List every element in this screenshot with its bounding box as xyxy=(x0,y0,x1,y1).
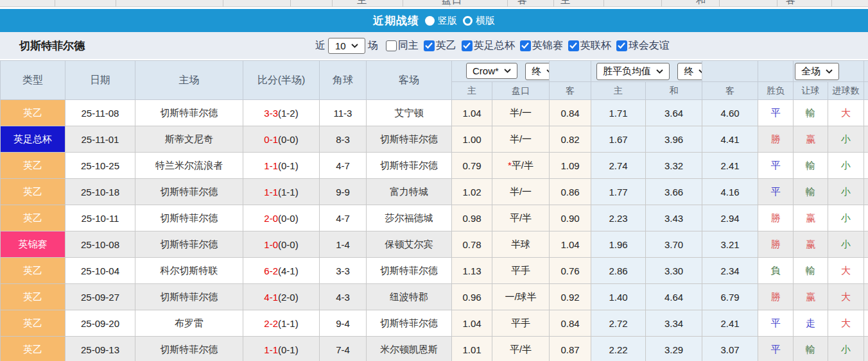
home-team-link[interactable]: 特兰米尔流浪者 xyxy=(135,153,243,179)
mean-draw-cell: 4.64 xyxy=(646,284,702,310)
odds-final-select[interactable]: 终 xyxy=(525,63,549,80)
odds-away-cell: 1.09 xyxy=(550,153,591,179)
match-date: 25-10-11 xyxy=(65,205,135,231)
handicap-result-cell: 走 xyxy=(794,310,828,337)
recent-count-select[interactable]: 10 xyxy=(328,38,365,54)
clipped-cell xyxy=(864,258,868,284)
vertical-option-label[interactable]: 竖版 xyxy=(438,15,457,27)
horizontal-option-label[interactable]: 横版 xyxy=(476,15,495,27)
clipped-label: 主 xyxy=(560,0,571,6)
clipped-table-above: 主 盘口 客 主 和 客 xyxy=(0,0,868,7)
league-label-friendly[interactable]: 球会友谊 xyxy=(629,39,670,53)
odds-home-cell: 0.98 xyxy=(452,205,492,231)
league-checkbox-carabao[interactable] xyxy=(568,40,579,51)
handicap-result-cell: 輸 xyxy=(794,337,828,361)
mean-win-cell: 1.77 xyxy=(591,179,646,205)
same-home-checkbox[interactable] xyxy=(386,40,397,51)
corners-cell: 9-9 xyxy=(320,179,367,205)
away-team-link[interactable]: 艾宁顿 xyxy=(367,100,452,126)
away-team-link[interactable]: 米尔顿凯恩斯 xyxy=(367,337,452,361)
table-row: 英乙 25-11-08 切斯特菲尔德 3-3(1-2) 11-3 艾宁顿 1.0… xyxy=(1,100,868,126)
mean-lose-cell: 2.34 xyxy=(702,258,758,284)
handicap-cell: 半/一 xyxy=(492,100,550,126)
corners-cell: 8-3 xyxy=(320,126,367,153)
match-type-badge: 英乙 xyxy=(1,205,65,231)
home-team-link[interactable]: 科尔切斯特联 xyxy=(135,258,243,284)
sub-header-mean-draw: 和 xyxy=(646,82,702,100)
clipped-cell xyxy=(864,310,868,337)
away-team-link[interactable]: 切斯特菲尔德 xyxy=(367,258,452,284)
mean-win-cell: 2.23 xyxy=(591,205,646,231)
home-team-link[interactable]: 斯蒂文尼奇 xyxy=(135,126,243,153)
away-team-link[interactable]: 莎尔福德城 xyxy=(367,205,452,231)
table-row: 英乙 25-10-18 切斯特菲尔德 1-1(1-1) 9-9 富力特城 1.0… xyxy=(1,179,868,205)
mean-lose-cell: 4.41 xyxy=(702,126,758,153)
home-team-link[interactable]: 切斯特菲尔德 xyxy=(135,179,243,205)
odds-home-cell: 1.13 xyxy=(452,258,492,284)
mean-win-cell: 2.72 xyxy=(591,310,646,337)
away-team-link[interactable]: 切斯特菲尔德 xyxy=(367,310,452,337)
chevron-down-icon xyxy=(351,44,358,48)
result-cell: 勝 xyxy=(758,284,794,310)
mean-draw-cell: 3.66 xyxy=(646,179,702,205)
home-team-link[interactable]: 切斯特菲尔德 xyxy=(135,337,243,361)
same-home-label[interactable]: 同主 xyxy=(398,39,419,53)
layout-option-horizontal[interactable]: 横版 xyxy=(463,15,495,27)
mean-win-cell: 2.74 xyxy=(591,153,646,179)
mean-win-cell: 1.71 xyxy=(591,100,646,126)
home-team-link[interactable]: 切斯特菲尔德 xyxy=(135,231,243,258)
match-date: 25-10-04 xyxy=(65,258,135,284)
away-team-link[interactable]: 保顿艾尔宾 xyxy=(367,231,452,258)
home-team-link[interactable]: 切斯特菲尔德 xyxy=(135,100,243,126)
score-cell: 1-1(1-1) xyxy=(243,179,320,205)
league-label-trophy[interactable]: 英锦赛 xyxy=(532,39,563,53)
league-label-l2[interactable]: 英乙 xyxy=(436,39,456,53)
sub-header-result: 胜负 xyxy=(758,82,794,100)
mean-win-cell: 1.40 xyxy=(591,284,646,310)
league-checkbox-trophy[interactable] xyxy=(520,40,531,51)
col-header-date: 日期 xyxy=(65,61,135,100)
wdl-mean-select[interactable]: 胜平负均值 xyxy=(596,63,670,80)
corners-cell: 3-3 xyxy=(320,258,367,284)
empty-header-cell xyxy=(702,61,758,82)
handicap-result-cell: 赢 xyxy=(794,284,828,310)
handicap-result-cell: 輸 xyxy=(794,258,828,284)
recent-label: 近 xyxy=(315,39,326,53)
away-team-link[interactable]: 富力特城 xyxy=(367,179,452,205)
odds-away-cell: 0.86 xyxy=(550,179,591,205)
table-row: 英足总杯 25-11-01 斯蒂文尼奇 0-1(0-0) 8-3 切斯特菲尔德 … xyxy=(1,126,868,153)
period-select[interactable]: 全场 xyxy=(795,63,839,80)
goals-result-cell: 大 xyxy=(828,310,864,337)
match-type-badge: 英乙 xyxy=(1,337,65,361)
mean-win-cell: 1.67 xyxy=(591,126,646,153)
away-team-link[interactable]: 切斯特菲尔德 xyxy=(367,153,452,179)
home-team-link[interactable]: 布罗雷 xyxy=(135,310,243,337)
odds-company-select[interactable]: Crow* xyxy=(466,63,517,79)
away-team-link[interactable]: 纽波特郡 xyxy=(367,284,452,310)
clipped-label: 客 xyxy=(786,0,796,6)
corners-cell: 4-7 xyxy=(320,205,367,231)
check-icon xyxy=(463,42,471,49)
wdl-final-select[interactable]: 终 xyxy=(677,63,702,80)
radio-selected-icon[interactable] xyxy=(425,16,435,26)
away-team-link[interactable]: 切斯特菲尔德 xyxy=(367,126,452,153)
league-checkbox-friendly[interactable] xyxy=(616,40,627,51)
mean-win-cell: 2.86 xyxy=(591,258,646,284)
league-checkbox-facup[interactable] xyxy=(462,40,473,51)
odds-home-cell: 1.00 xyxy=(452,126,492,153)
layout-option-vertical[interactable]: 竖版 xyxy=(425,15,457,27)
mean-draw-cell: 3.34 xyxy=(646,310,702,337)
table-row: 英乙 25-09-13 切斯特菲尔德 1-1(0-1) 7-4 米尔顿凯恩斯 1… xyxy=(1,337,868,361)
league-checkbox-l2[interactable] xyxy=(424,40,435,51)
home-team-link[interactable]: 切斯特菲尔德 xyxy=(135,284,243,310)
chevron-down-icon xyxy=(826,69,833,74)
odds-home-cell: 1.04 xyxy=(452,310,492,337)
radio-unselected-icon[interactable] xyxy=(463,16,473,26)
home-team-link[interactable]: 切斯特菲尔德 xyxy=(135,205,243,231)
league-label-carabao[interactable]: 英联杯 xyxy=(580,39,611,53)
odds-home-cell: 0.96 xyxy=(452,284,492,310)
league-label-facup[interactable]: 英足总杯 xyxy=(474,39,515,53)
goals-result-cell: 小 xyxy=(828,205,864,231)
mean-draw-cell: 3.30 xyxy=(646,258,702,284)
recent-results-table: 类型 日期 主场 比分(半场) 角球 客场 Crow* 终 胜平负均值 xyxy=(0,60,868,361)
